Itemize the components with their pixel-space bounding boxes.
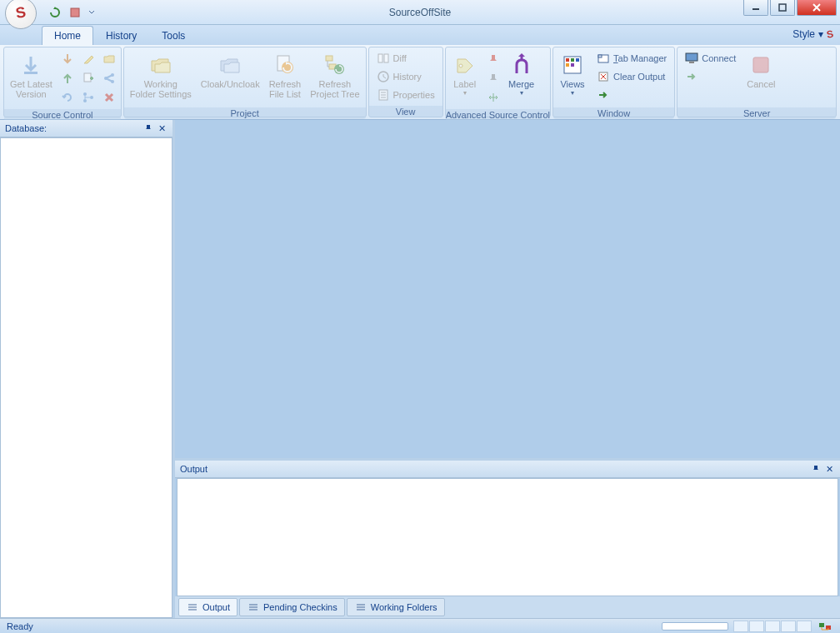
chevron-down-icon: ▾ bbox=[463, 89, 467, 97]
chevron-down-icon: ▾ bbox=[571, 89, 574, 97]
arrow-right-icon bbox=[597, 88, 610, 102]
checkin-icon[interactable] bbox=[58, 69, 77, 87]
label-button[interactable]: Label ▾ bbox=[448, 49, 482, 106]
view-mode-4[interactable] bbox=[781, 621, 796, 632]
list-icon bbox=[354, 601, 368, 614]
move-small-icon[interactable] bbox=[484, 88, 502, 107]
merge-icon bbox=[508, 52, 535, 78]
edit-icon[interactable] bbox=[79, 50, 98, 68]
database-tree-body[interactable] bbox=[0, 137, 172, 618]
views-button[interactable]: Views ▾ bbox=[555, 49, 590, 106]
ribbon-tab-row: Home History Tools Style ▾ S bbox=[0, 25, 840, 45]
merge-button[interactable]: Merge ▾ bbox=[504, 49, 539, 106]
svg-point-23 bbox=[459, 64, 462, 67]
undo-checkout-icon[interactable] bbox=[58, 88, 77, 107]
list-icon bbox=[186, 601, 199, 614]
qat-dropdown-icon[interactable] bbox=[87, 4, 97, 21]
group-view: Diff History Properties View bbox=[368, 47, 443, 117]
view-mode-2[interactable] bbox=[749, 621, 764, 632]
bottom-tab-output[interactable]: Output bbox=[178, 598, 238, 616]
checkout-icon[interactable] bbox=[58, 50, 77, 68]
list-icon bbox=[247, 601, 260, 614]
group-source-control: Get Latest Version Source Control bbox=[3, 47, 122, 117]
folder-icon[interactable] bbox=[100, 50, 118, 68]
svg-point-10 bbox=[111, 80, 114, 83]
cloak-uncloak-button[interactable]: Cloak/Uncloak bbox=[197, 49, 264, 106]
refresh-project-tree-button[interactable]: Refresh Project Tree bbox=[306, 49, 363, 106]
style-dropdown[interactable]: Style ▾ S bbox=[792, 28, 833, 40]
database-pane-title: Database: bbox=[5, 123, 47, 133]
share-icon[interactable] bbox=[100, 69, 118, 87]
view-mode-3[interactable] bbox=[765, 621, 780, 632]
group-window: Views ▾ Tab Manager Clear Output Window bbox=[552, 47, 675, 117]
branch-icon[interactable] bbox=[79, 88, 98, 107]
unpin-small-icon[interactable] bbox=[484, 69, 502, 87]
tab-history[interactable]: History bbox=[93, 26, 149, 45]
pin-icon[interactable] bbox=[810, 463, 822, 475]
svg-point-7 bbox=[90, 96, 93, 99]
window-title: SourceOffSite bbox=[389, 7, 451, 18]
properties-icon bbox=[377, 88, 390, 102]
qat-refresh-icon[interactable] bbox=[47, 4, 63, 21]
pin-small-icon[interactable] bbox=[484, 50, 502, 68]
tab-manager-button[interactable]: Tab Manager bbox=[591, 49, 672, 67]
svg-rect-28 bbox=[566, 63, 569, 67]
get-latest-version-button[interactable]: Get Latest Version bbox=[6, 49, 57, 106]
bottom-tab-working[interactable]: Working Folders bbox=[347, 598, 445, 616]
svg-rect-17 bbox=[384, 54, 388, 62]
clear-output-button[interactable]: Clear Output bbox=[591, 67, 672, 86]
server-extra-button[interactable] bbox=[679, 67, 742, 86]
app-logo-small-icon: S bbox=[826, 27, 834, 40]
label-tag-icon bbox=[452, 52, 478, 78]
style-label: Style bbox=[792, 28, 815, 40]
svg-rect-26 bbox=[571, 58, 574, 62]
svg-rect-45 bbox=[819, 623, 824, 627]
maximize-button[interactable] bbox=[770, 0, 795, 16]
working-folder-settings-button[interactable]: Working Folder Settings bbox=[126, 49, 196, 106]
group-label-project: Project bbox=[124, 107, 366, 119]
svg-rect-27 bbox=[576, 58, 579, 62]
group-label-server: Server bbox=[678, 107, 836, 119]
qat-stop-icon[interactable] bbox=[67, 4, 83, 21]
tray-network-icon[interactable] bbox=[817, 620, 833, 633]
bottom-tab-pending[interactable]: Pending Checkins bbox=[239, 598, 345, 616]
window-extra-button[interactable] bbox=[591, 86, 672, 104]
refresh-file-icon bbox=[272, 52, 298, 78]
view-mode-5[interactable] bbox=[797, 621, 812, 632]
svg-point-5 bbox=[83, 92, 87, 96]
close-pane-icon[interactable]: ✕ bbox=[823, 463, 835, 475]
refresh-file-list-button[interactable]: Refresh File List bbox=[265, 49, 306, 106]
database-pane: Database: ✕ bbox=[0, 120, 175, 618]
group-label-window: Window bbox=[553, 107, 674, 119]
view-switcher bbox=[733, 621, 812, 632]
close-pane-icon[interactable]: ✕ bbox=[156, 122, 168, 134]
output-body[interactable] bbox=[177, 478, 838, 596]
connect-button[interactable]: Connect bbox=[679, 49, 742, 67]
title-bar: S SourceOffSite bbox=[0, 0, 840, 25]
delete-icon[interactable] bbox=[100, 88, 118, 107]
svg-rect-29 bbox=[571, 63, 574, 67]
properties-button[interactable]: Properties bbox=[371, 86, 441, 104]
tab-home[interactable]: Home bbox=[42, 26, 93, 45]
cloak-folder-icon bbox=[217, 52, 243, 78]
history-button[interactable]: History bbox=[371, 67, 441, 86]
right-area: Output ✕ Output Pending Checkins bbox=[175, 120, 840, 618]
svg-rect-0 bbox=[71, 8, 79, 17]
diff-icon bbox=[377, 52, 390, 65]
pin-icon[interactable] bbox=[142, 122, 154, 134]
view-mode-1[interactable] bbox=[733, 621, 748, 632]
tab-tools[interactable]: Tools bbox=[149, 26, 198, 45]
svg-point-6 bbox=[83, 99, 87, 102]
chevron-down-icon: ▾ bbox=[520, 89, 523, 97]
app-orb-button[interactable]: S bbox=[5, 0, 37, 29]
cancel-button[interactable]: Cancel bbox=[742, 49, 779, 106]
diff-button[interactable]: Diff bbox=[371, 49, 441, 67]
add-file-icon[interactable] bbox=[79, 69, 98, 87]
output-pane-title: Output bbox=[180, 464, 208, 474]
minimize-button[interactable] bbox=[743, 0, 768, 16]
clock-icon bbox=[377, 70, 390, 83]
group-server: Connect Cancel Server bbox=[677, 47, 837, 117]
group-label-advanced: Advanced Source Control bbox=[446, 109, 550, 121]
close-button[interactable] bbox=[797, 0, 837, 16]
clear-icon bbox=[597, 70, 610, 83]
